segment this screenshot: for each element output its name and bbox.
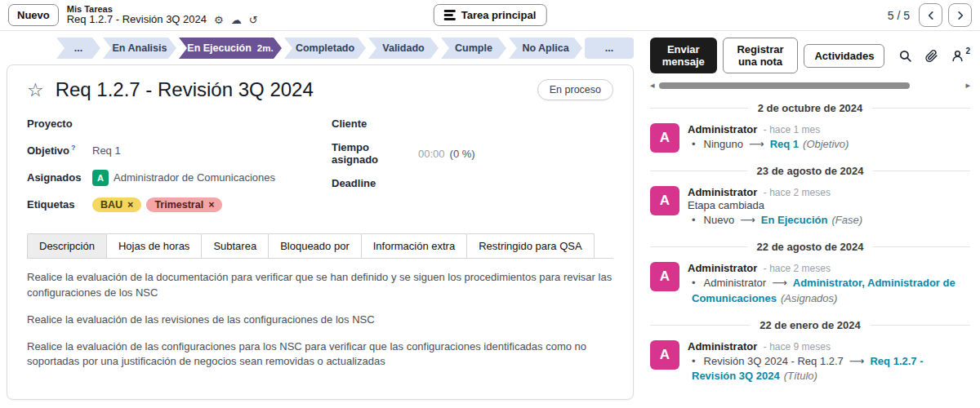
followers-count: 2 [965, 47, 970, 55]
message-entry: A Administrator - hace 1 mes •Ninguno⟶Re… [650, 123, 970, 153]
tasks-list-icon [444, 10, 456, 20]
tracking-change: •Administrator⟶Administrator, Administra… [688, 276, 970, 307]
tiempo-value[interactable]: 00:00 [418, 148, 445, 160]
chevron-left-icon [925, 10, 937, 21]
new-button[interactable]: Nuevo [8, 4, 59, 26]
parent-task-button[interactable]: Tarea principal [434, 4, 547, 26]
message-entry: A Administrator - hace 2 meses Etapa cam… [650, 186, 970, 228]
date-label: 23 de agosto de 2024 [757, 165, 864, 177]
asignados-field[interactable]: A Administrador de Comunicaciones [92, 170, 275, 186]
message-entry: A Administrator - hace 9 meses •Revisión… [650, 340, 970, 385]
arrow-right-icon: ⟶ [772, 277, 787, 289]
message-time: - hace 9 meses [764, 341, 831, 353]
gear-icon[interactable]: ⚙ [214, 15, 224, 25]
old-value: Nuevo [704, 214, 735, 226]
help-icon[interactable]: ? [71, 144, 76, 152]
favorite-star-icon[interactable]: ☆ [27, 81, 44, 100]
old-value: Administrator [704, 277, 767, 289]
log-note-button[interactable]: Registrar una nota [723, 38, 799, 73]
form-view: ... En Analisis En Ejecución 2m. Complet… [0, 31, 645, 408]
scroll-right-icon[interactable]: ▸ [965, 81, 970, 90]
cliente-label: Cliente [332, 118, 418, 130]
changed-field-name: (Asignados) [781, 292, 837, 304]
breadcrumb-current: Req 1.2.7 - Revisión 3Q 2024 [67, 14, 207, 26]
author-avatar[interactable]: A [650, 340, 679, 370]
objetivo-field[interactable]: Req 1 [92, 144, 121, 157]
objetivo-label: Objetivo? [27, 144, 92, 157]
tab-bloqueado-por[interactable]: Bloqueado por [268, 233, 362, 258]
paperclip-icon[interactable] [924, 49, 938, 63]
author-name[interactable]: Administrator [688, 123, 757, 135]
objetivo-label-text: Objetivo [27, 145, 69, 157]
new-value[interactable]: En Ejecución [761, 214, 828, 226]
tab-subtarea[interactable]: Subtarea [201, 233, 269, 258]
stage-cumple[interactable]: Cumple [441, 38, 506, 59]
author-avatar[interactable]: A [650, 186, 679, 215]
cloud-save-icon[interactable]: ☁ [231, 15, 242, 25]
pager-previous-button[interactable] [919, 3, 942, 27]
tiempo-asignado-label: Tiempo asignado [332, 141, 418, 166]
author-avatar[interactable]: A [650, 123, 679, 153]
stage-overflow-left[interactable]: ... [56, 38, 100, 59]
stage-en-ejecucion[interactable]: En Ejecución 2m. [179, 38, 282, 59]
stage-completado[interactable]: Completado [284, 38, 366, 59]
etiquetas-field[interactable]: BAU × Trimestral × [92, 197, 222, 212]
assignee-name[interactable]: Administrador de Comunicaciones [114, 171, 275, 184]
description-paragraph: Realice la evaluación de la documentació… [27, 270, 613, 301]
undo-icon[interactable]: ↺ [249, 15, 258, 25]
author-name[interactable]: Administrator [688, 340, 757, 353]
tab-hojas-de-horas[interactable]: Hojas de horas [106, 233, 202, 258]
author-name[interactable]: Administrator [688, 262, 757, 274]
tab-restringido-para-qsa[interactable]: Restringido para QSA [466, 233, 594, 258]
tag-label: BAU [100, 199, 122, 211]
tag-label: Trimestral [154, 199, 203, 211]
tiempo-asignado-field[interactable]: 00:00 (0 %) [418, 148, 475, 160]
arrow-right-icon: ⟶ [849, 355, 865, 367]
scroll-left-icon[interactable]: ◂ [650, 81, 655, 90]
changed-field-name: (Fase) [831, 214, 862, 226]
stage-statusbar: ... En Analisis En Ejecución 2m. Complet… [56, 38, 634, 59]
author-avatar[interactable]: A [650, 262, 679, 291]
stage-validado[interactable]: Validado [368, 38, 439, 59]
followers-icon[interactable]: 2 [951, 49, 970, 63]
tag-remove-icon[interactable]: × [208, 199, 214, 211]
stage-overflow-right[interactable]: ... [585, 38, 634, 59]
description-paragraph: Realice la evaluación de las revisiones … [27, 313, 613, 328]
tag-bau[interactable]: BAU × [92, 197, 141, 212]
bullet-icon: • [692, 138, 696, 150]
tab-informacion-extra[interactable]: Información extra [361, 233, 467, 258]
pager: 5 / 5 [888, 3, 972, 27]
bullet-icon: • [692, 277, 696, 289]
horizontal-scrollbar: ◂ ▸ [650, 81, 970, 90]
assignee-avatar[interactable]: A [92, 170, 109, 186]
notebook-tabs: Descripción Hojas de horas Subtarea Bloq… [27, 233, 613, 259]
task-title[interactable]: Req 1.2.7 - Revisión 3Q 2024 [56, 78, 526, 101]
stage-no-aplica[interactable]: No Aplica [509, 38, 582, 59]
date-label: 22 de enero de 2024 [760, 319, 861, 331]
changed-field-name: (Título) [784, 370, 817, 382]
pager-next-button[interactable] [948, 3, 972, 27]
tag-remove-icon[interactable]: × [127, 199, 133, 211]
chatter-panel: Enviar mensaje Registrar una nota Activi… [645, 31, 980, 408]
tiempo-percent: (0 %) [450, 148, 475, 160]
tab-descripcion[interactable]: Descripción [27, 233, 107, 258]
tracking-change: •Revisión 3Q 2024 - Req 1.2.7⟶Req 1.2.7 … [688, 354, 970, 385]
message-time: - hace 2 meses [764, 263, 831, 274]
activities-button[interactable]: Actividades [804, 44, 884, 68]
author-name[interactable]: Administrator [688, 186, 757, 198]
kanban-state-badge[interactable]: En proceso [537, 79, 613, 100]
description-content[interactable]: Realice la evaluación de la documentació… [27, 270, 613, 370]
deadline-label: Deadline [332, 177, 418, 189]
scrollbar-thumb[interactable] [659, 82, 911, 89]
tag-trimestral[interactable]: Trimestral × [146, 197, 222, 212]
top-control-panel: Nuevo Mis Tareas Req 1.2.7 - Revisión 3Q… [0, 0, 980, 31]
new-value[interactable]: Req 1 [770, 138, 799, 150]
send-message-button[interactable]: Enviar mensaje [650, 38, 717, 73]
bullet-icon: • [692, 214, 696, 226]
date-label: 2 de octubre de 2024 [758, 102, 863, 114]
stage-duration: 2m. [257, 43, 274, 53]
stage-en-analisis[interactable]: En Analisis [103, 38, 176, 59]
scrollbar-track[interactable] [659, 82, 962, 89]
search-messages-icon[interactable] [898, 49, 912, 63]
bullet-icon: • [692, 355, 696, 367]
